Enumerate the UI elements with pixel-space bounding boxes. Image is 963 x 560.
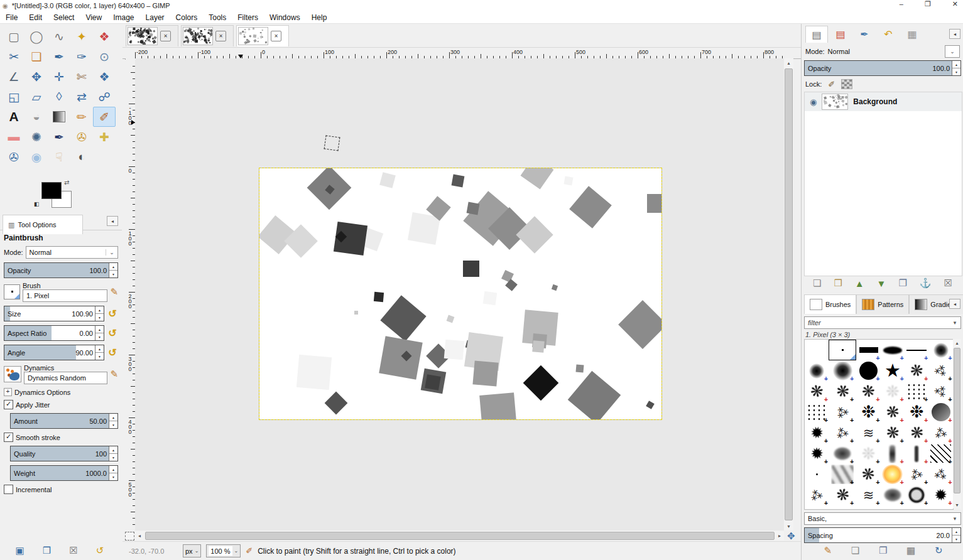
spin-down-icon[interactable]: ▼ (95, 333, 104, 340)
paint-mode-dropdown[interactable]: Normal⌄ (26, 246, 118, 259)
tool-ellipse-select[interactable]: ◯ (25, 26, 48, 46)
refresh-brushes-button[interactable]: ↻ (935, 545, 943, 556)
tool-crop[interactable]: ✄ (70, 67, 93, 87)
amount-spinner[interactable]: ▲▼ (109, 414, 117, 428)
brush-cell-6[interactable]: + (930, 340, 952, 360)
brush-cell-9[interactable]: + (857, 361, 880, 380)
horizontal-scroll-thumb[interactable] (145, 532, 775, 540)
dynamics-thumbnail[interactable] (4, 366, 21, 382)
tool-gradient[interactable] (48, 107, 70, 127)
brush-cell-1[interactable] (805, 340, 828, 360)
brush-cell-23[interactable]: ❉+ (905, 402, 928, 422)
scroll-left-arrow[interactable]: ◂ (135, 531, 144, 541)
brush-cell-15[interactable]: ❋+ (857, 382, 880, 401)
new-brush-button[interactable]: ❏ (851, 545, 859, 556)
amount-slider[interactable]: Amount50.00▲▼ (10, 413, 118, 429)
new-group-button[interactable]: ❒ (834, 277, 842, 289)
color-swatch-widget[interactable]: ⇄ ◧ (39, 181, 77, 213)
tool-airbrush[interactable]: ✺ (25, 127, 48, 147)
spacing-slider[interactable]: Spacing20.0▲▼ (804, 527, 961, 543)
tool-shear[interactable]: ▱ (25, 87, 48, 107)
tab-patterns[interactable]: Patterns (856, 294, 909, 314)
brush-cell-5[interactable]: + (905, 340, 928, 360)
brush-cell-19[interactable]: + (805, 402, 828, 422)
anchor-layer-button[interactable]: ⚓ (920, 277, 932, 289)
menu-image[interactable]: Image (107, 12, 139, 23)
navigation-button[interactable]: ✥ (787, 530, 795, 542)
angle-slider[interactable]: Angle90.00▲▼ (4, 345, 104, 360)
default-colors-icon[interactable]: ◧ (34, 201, 40, 207)
tool-paintbrush[interactable]: ✐ (93, 107, 116, 127)
layers-tab[interactable]: ▤ (805, 26, 828, 43)
restore-button[interactable]: ❐ (925, 0, 931, 8)
close-tab-icon[interactable]: ✕ (271, 31, 281, 41)
collapse-brushes-dock-button[interactable]: ◂ (949, 299, 960, 309)
brush-cell-39[interactable]: ❋+ (857, 465, 880, 484)
brush-cell-41[interactable]: ⁂+ (905, 465, 928, 484)
spacing-spinner[interactable]: ▲▼ (952, 528, 960, 542)
images-tab[interactable]: ▦ (901, 25, 923, 43)
brush-cell-47[interactable]: + (905, 485, 928, 505)
brush-cell-21[interactable]: ❉+ (857, 402, 880, 422)
brush-cell-35[interactable]: + (905, 444, 928, 463)
opacity-slider[interactable]: Opacity100.0▲▼ (4, 262, 118, 278)
brush-cell-30[interactable]: ⁂+ (930, 423, 952, 443)
image-canvas[interactable] (259, 168, 661, 419)
tool-smudge[interactable]: ☟ (48, 147, 70, 167)
close-button[interactable]: ✕ (952, 0, 958, 8)
vertical-scrollbar[interactable]: ▴ ▾ (784, 58, 793, 530)
vertical-scroll-thumb[interactable] (785, 68, 793, 520)
tool-scale[interactable]: ◱ (3, 87, 25, 107)
brush-filter-input[interactable]: filter ▾ (804, 316, 961, 329)
scroll-right-arrow[interactable]: ▸ (775, 531, 784, 541)
spin-up-icon[interactable]: ▲ (109, 466, 117, 473)
layer-opacity-spinner[interactable]: ▲▼ (952, 61, 960, 75)
brush-cell-22[interactable]: ❋+ (881, 402, 904, 422)
dynamics-name-field[interactable]: Dynamics Random (24, 372, 107, 384)
tool-eraser[interactable]: ▬ (3, 127, 25, 147)
quality-spinner[interactable]: ▲▼ (109, 446, 117, 461)
brush-cell-26[interactable]: ⁂+ (831, 423, 854, 443)
menu-select[interactable]: Select (48, 12, 80, 23)
brush-cell-18[interactable]: ⁂+ (930, 382, 952, 401)
minimize-button[interactable]: – (900, 0, 903, 8)
tool-clone[interactable]: ✇ (70, 127, 93, 147)
menu-file[interactable]: File (0, 12, 23, 23)
edit-dynamics-icon[interactable]: ✎ (110, 369, 118, 380)
spin-down-icon[interactable]: ▼ (95, 353, 104, 360)
duplicate-layer-button[interactable]: ❐ (898, 277, 906, 289)
channels-tab[interactable]: ▤ (829, 25, 852, 43)
tab-tool-options[interactable]: ▥ Tool Options (3, 215, 83, 234)
horizontal-ruler[interactable]: -200-1000100200300400500600700800 (122, 49, 801, 59)
brush-category-dropdown[interactable]: Basic, ▾ (804, 512, 961, 525)
tool-intelligent-scissors[interactable]: ✂ (3, 46, 25, 67)
spin-down-icon[interactable]: ▼ (109, 271, 117, 277)
tool-flip[interactable]: ⇄ (70, 87, 93, 107)
spin-down-icon[interactable]: ▼ (952, 536, 960, 542)
brush-cell-48[interactable]: ✹+ (930, 485, 952, 505)
tool-perspective[interactable]: ◊ (48, 87, 70, 107)
menu-help[interactable]: Help (306, 12, 333, 23)
spin-up-icon[interactable]: ▲ (95, 326, 104, 333)
swap-colors-icon[interactable]: ⇄ (64, 179, 69, 186)
tool-color-picker[interactable]: ✑ (70, 46, 93, 67)
brush-cell-27[interactable]: ≋+ (857, 423, 880, 443)
layer-opacity-slider[interactable]: Opacity100.0▲▼ (804, 60, 961, 76)
tool-dodge-burn[interactable]: ◐ (70, 147, 93, 167)
filter-dropdown-icon[interactable]: ▾ (949, 320, 960, 326)
spin-up-icon[interactable]: ▲ (95, 345, 104, 353)
brush-cell-2[interactable] (829, 340, 856, 360)
brush-cell-13[interactable]: ❋+ (805, 382, 828, 401)
brush-cell-25[interactable]: ✹+ (805, 423, 828, 443)
spin-down-icon[interactable]: ▼ (109, 421, 117, 428)
tool-pencil[interactable]: ✏ (70, 107, 93, 127)
tool-alignment[interactable]: ✛ (48, 67, 70, 87)
tool-paths[interactable]: ✒ (48, 46, 70, 67)
layer-visibility-eye-icon[interactable]: ◉ (810, 97, 817, 107)
undo-history-tab[interactable]: ↶ (877, 25, 900, 43)
brush-scroll-up-arrow[interactable]: ▴ (953, 339, 961, 347)
reset-tool-options-button[interactable]: ↺ (96, 545, 104, 556)
brush-cell-16[interactable]: ❊+ (881, 382, 904, 401)
horizontal-scrollbar[interactable]: ◂ ▸ (135, 531, 784, 541)
brush-cell-4[interactable]: + (881, 340, 904, 360)
